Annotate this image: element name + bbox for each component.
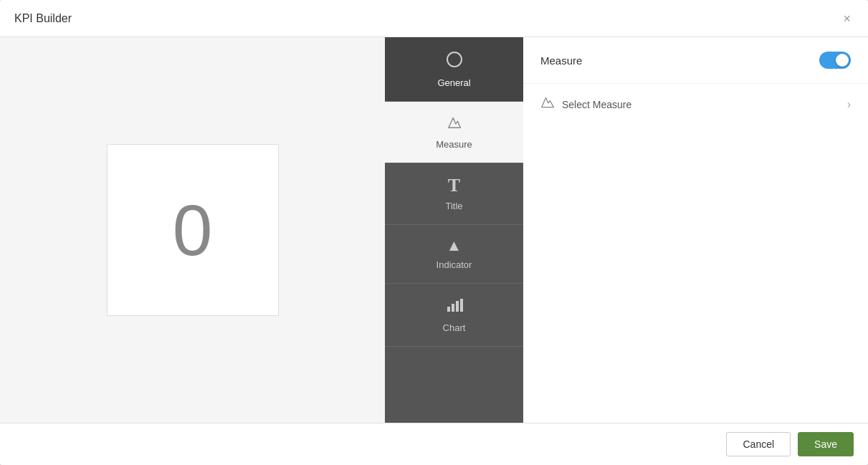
sidebar-item-measure[interactable]: Measure xyxy=(385,102,523,163)
kpi-value: 0 xyxy=(173,189,213,272)
preview-panel: 0 xyxy=(0,37,385,423)
sidebar-item-label-chart: Chart xyxy=(443,322,466,333)
cancel-button[interactable]: Cancel xyxy=(726,432,791,456)
measure-toggle[interactable] xyxy=(819,52,851,69)
dialog-footer: Cancel Save xyxy=(0,423,868,465)
title-icon: T xyxy=(448,176,460,195)
svg-rect-4 xyxy=(460,299,463,312)
svg-rect-3 xyxy=(456,301,459,312)
sidebar-item-label-indicator: Indicator xyxy=(437,259,472,270)
kpi-preview-box: 0 xyxy=(107,144,279,316)
kpi-builder-dialog: KPI Builder × 0 General xyxy=(0,0,868,465)
ruler-icon xyxy=(540,95,555,113)
measure-icon xyxy=(447,115,462,133)
sidebar-item-general[interactable]: General xyxy=(385,37,523,102)
select-measure-row[interactable]: Select Measure › xyxy=(523,84,868,125)
svg-rect-1 xyxy=(447,307,450,312)
toggle-thumb xyxy=(836,54,849,67)
sidebar-item-label-measure: Measure xyxy=(436,139,472,150)
measure-toggle-row: Measure xyxy=(540,52,851,69)
indicator-icon: ▲ xyxy=(447,238,462,254)
chart-icon xyxy=(446,297,463,317)
sidebar-item-title[interactable]: T Title xyxy=(385,163,523,225)
select-measure-label: Select Measure xyxy=(562,99,631,110)
sidebar-item-indicator[interactable]: ▲ Indicator xyxy=(385,225,523,284)
svg-rect-2 xyxy=(452,304,454,312)
measure-section-label: Measure xyxy=(540,54,582,67)
dialog-title: KPI Builder xyxy=(14,12,72,25)
close-button[interactable]: × xyxy=(840,9,854,28)
dialog-body: 0 General xyxy=(0,37,868,423)
sidebar-item-label-general: General xyxy=(437,77,470,88)
measure-section: Measure xyxy=(523,37,868,84)
svg-point-0 xyxy=(447,52,462,67)
dialog-header: KPI Builder × xyxy=(0,0,868,37)
general-icon xyxy=(445,50,464,72)
save-button[interactable]: Save xyxy=(798,432,854,456)
settings-panel: Measure Select Measure xyxy=(523,37,868,423)
select-measure-left: Select Measure xyxy=(540,95,631,113)
sidebar-item-label-title: Title xyxy=(445,201,462,211)
chevron-right-icon: › xyxy=(847,98,851,111)
sidebar-item-chart[interactable]: Chart xyxy=(385,284,523,347)
nav-column: General Measure T Title ▲ In xyxy=(385,37,523,423)
